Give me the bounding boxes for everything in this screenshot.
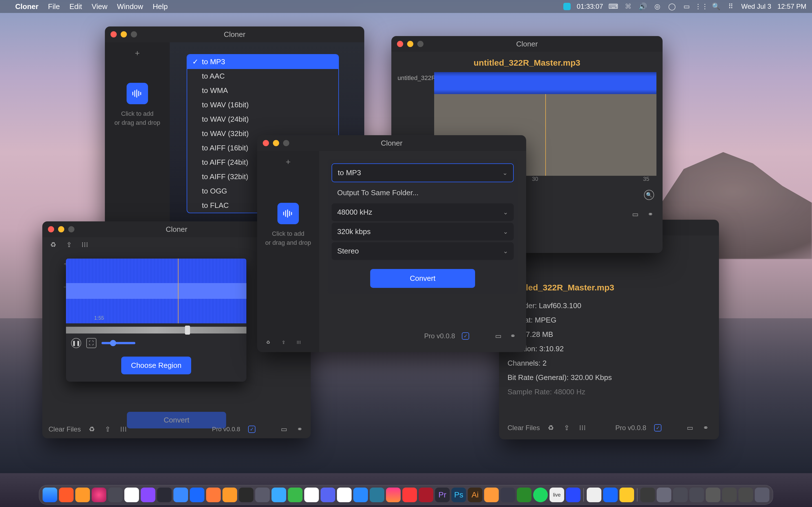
dock-app[interactable] [706,488,720,502]
volume-slider[interactable] [101,342,135,344]
zoom-icon[interactable]: 🔍 [644,190,654,200]
dock-app[interactable] [500,488,515,502]
convert-button[interactable]: Convert [370,269,475,288]
add-tab-button[interactable]: + [105,42,170,60]
add-tab-button[interactable]: + [257,151,319,169]
dock-app[interactable] [75,488,90,502]
share-icon[interactable]: ⚭ [701,423,711,433]
zoom-button[interactable] [417,41,423,47]
bluetooth-off-icon[interactable]: ⌘ [624,2,632,11]
minimize-button[interactable] [121,31,127,38]
battery-icon[interactable]: ▭ [682,2,691,11]
close-button[interactable] [263,140,269,146]
fullscreen-icon[interactable]: ⛶ [86,338,96,348]
format-option[interactable]: to MP3 [187,55,338,69]
channels-select[interactable]: Stereo⌄ [332,242,514,260]
bit-rate-select[interactable]: 320k kbps⌄ [332,223,514,240]
menu-view[interactable]: View [92,2,107,11]
dock-finder[interactable] [43,488,57,502]
dock-app[interactable] [206,488,221,502]
dock-app[interactable] [484,488,499,502]
keyboard-icon[interactable]: ⌨ [609,2,618,11]
control-center-icon[interactable]: ⠿ [726,2,735,11]
waveform-display[interactable] [434,72,656,94]
note-icon[interactable]: ▭ [685,423,695,433]
volume-icon[interactable]: 🔊 [639,2,647,11]
format-select[interactable]: to MP3⌄ [332,163,514,182]
waveform-icon[interactable]: ⁞⁞⁞ [578,423,587,433]
recycle-icon[interactable]: ♻ [546,423,556,433]
dock-photoshop[interactable]: Ps [451,488,466,502]
dock-app[interactable] [271,488,286,502]
titlebar[interactable]: Cloner [105,26,364,42]
status-timer[interactable]: 01:33:07 [577,3,603,10]
format-option[interactable]: to AAC [187,69,338,83]
sample-rate-select[interactable]: 48000 kHz⌄ [332,203,514,221]
close-button[interactable] [110,31,117,38]
dock-app[interactable] [337,488,352,502]
dock-app[interactable] [320,488,335,502]
recycle-icon[interactable]: ♻ [49,240,58,249]
menubar-date[interactable]: Wed Jul 3 [741,3,771,10]
dock-illustrator[interactable]: Ai [468,488,483,502]
format-option[interactable]: to WMA [187,83,338,98]
dock-app[interactable] [619,488,634,502]
note-icon[interactable]: ▭ [279,425,289,434]
dock-ableton[interactable]: live [550,488,564,502]
wifi-icon[interactable]: ⋮⋮ [697,2,706,11]
recycle-icon[interactable]: ♻ [263,337,273,347]
clear-files-link[interactable]: Clear Files [49,425,81,433]
output-folder-link[interactable]: Output To Same Folder... [332,184,514,201]
dropzone[interactable]: Click to add or drag and drop [265,203,311,247]
menu-window[interactable]: Window [117,2,143,11]
menu-edit[interactable]: Edit [69,2,82,11]
dock-app[interactable] [288,488,303,502]
recycle-icon[interactable]: ♻ [87,425,97,434]
dock-app[interactable] [304,488,319,502]
minimize-button[interactable] [58,226,64,232]
dock-app[interactable] [190,488,204,502]
note-icon[interactable]: ▭ [630,210,640,219]
choose-region-button[interactable]: Choose Region [121,356,191,374]
menu-file[interactable]: File [48,2,60,11]
menu-help[interactable]: Help [153,2,167,11]
format-option[interactable]: to WAV (24bit) [187,112,338,126]
user-icon[interactable]: ◯ [668,2,676,11]
airdrop-icon[interactable]: ◎ [653,2,662,11]
export-icon[interactable]: ⇪ [562,423,571,433]
dock-trash[interactable] [755,488,769,502]
titlebar[interactable]: Cloner [257,135,526,151]
dock-app[interactable] [222,488,237,502]
scrub-bar[interactable] [66,327,246,334]
dock-app[interactable] [566,488,580,502]
dock-app[interactable] [92,488,106,502]
minimize-button[interactable] [407,41,413,47]
dock-app[interactable] [108,488,123,502]
dock-premiere[interactable]: Pr [435,488,450,502]
share-icon[interactable]: ⚭ [508,331,518,341]
export-icon[interactable]: ⇪ [278,337,288,347]
app-menu[interactable]: Cloner [15,2,38,11]
dock-app[interactable] [419,488,434,502]
export-icon[interactable]: ⇪ [103,425,112,434]
waveform-icon[interactable]: ⁞⁞⁞ [294,337,303,347]
dock-app[interactable] [673,488,688,502]
pro-check-icon[interactable]: ✓ [462,332,469,340]
titlebar[interactable]: Cloner [391,36,663,52]
waveform-icon[interactable]: ⁞⁞⁞ [80,240,90,249]
zoom-button[interactable] [131,31,137,38]
status-app-icon[interactable] [563,3,571,10]
pause-button[interactable]: ❚❚ [71,338,81,348]
dock-app[interactable] [689,488,704,502]
format-option[interactable]: to WAV (16bit) [187,98,338,112]
menubar-clock[interactable]: 12:57 PM [777,3,806,10]
dock-app[interactable] [517,488,531,502]
dock-app[interactable] [173,488,188,502]
export-icon[interactable]: ⇪ [64,240,74,249]
minimize-button[interactable] [273,140,279,146]
dock-app[interactable] [239,488,253,502]
pro-check-icon[interactable]: ✓ [654,424,661,432]
share-icon[interactable]: ⚭ [646,210,655,219]
dock-app[interactable] [587,488,601,502]
spotlight-icon[interactable]: 🔍 [712,2,720,11]
